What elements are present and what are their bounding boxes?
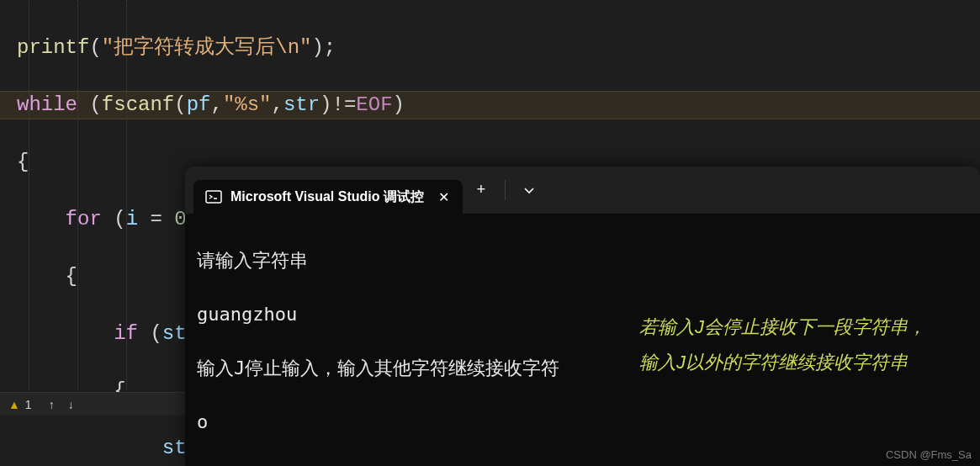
close-icon[interactable]: ✕ bbox=[436, 189, 451, 205]
tabbar-divider bbox=[505, 180, 506, 200]
annotation-2: 输入J以外的字符继续接收字符串 bbox=[639, 348, 908, 377]
terminal-tabbar: Microsoft Visual Studio 调试控 ✕ + bbox=[185, 167, 980, 214]
svg-rect-0 bbox=[206, 191, 221, 203]
annotation-1: 若输入J会停止接收下一段字符串， bbox=[639, 313, 926, 342]
tab-dropdown-button[interactable] bbox=[511, 173, 548, 207]
warning-icon: ▲ bbox=[8, 398, 20, 411]
status-bar: ▲ 1 ↑ ↓ bbox=[0, 392, 185, 416]
terminal-icon bbox=[205, 188, 222, 205]
nav-up-icon[interactable]: ↑ bbox=[49, 398, 55, 411]
tab-title: Microsoft Visual Studio 调试控 bbox=[230, 188, 429, 206]
term-line: 请输入字符串 bbox=[197, 247, 968, 274]
terminal-window: Microsoft Visual Studio 调试控 ✕ + 请输入字符串 g… bbox=[185, 167, 980, 466]
term-line: o bbox=[197, 409, 968, 436]
watermark: CSDN @Fms_Sa bbox=[886, 448, 972, 461]
terminal-tab[interactable]: Microsoft Visual Studio 调试控 ✕ bbox=[193, 180, 463, 214]
new-tab-button[interactable]: + bbox=[463, 173, 500, 207]
nav-arrows: ↑ ↓ bbox=[49, 398, 74, 411]
chevron-down-icon bbox=[523, 184, 535, 196]
nav-down-icon[interactable]: ↓ bbox=[68, 398, 74, 411]
fn-printf: printf bbox=[17, 36, 89, 59]
warning-count: 1 bbox=[25, 398, 32, 411]
